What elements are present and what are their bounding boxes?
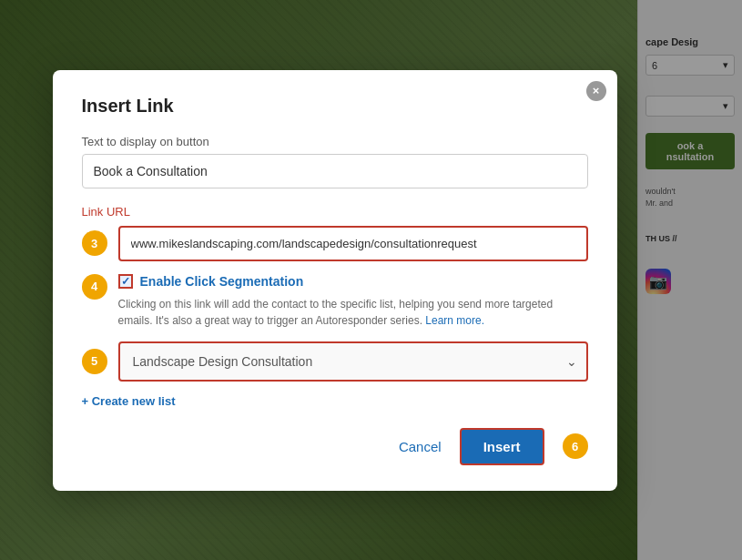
segmentation-label: Enable Click Segmentation (140, 274, 304, 289)
step-3-badge: 3 (82, 230, 107, 256)
link-url-label: Link URL (82, 205, 588, 219)
close-button[interactable]: × (586, 81, 606, 101)
text-display-input[interactable] (82, 154, 588, 188)
create-new-list-link[interactable]: + Create new list (82, 394, 588, 408)
list-dropdown-row: 5 Landscape Design Consultation ⌄ (82, 341, 588, 382)
segmentation-content: Enable Click Segmentation Clicking on th… (118, 274, 588, 329)
list-dropdown[interactable]: Landscape Design Consultation (118, 341, 588, 382)
learn-more-link[interactable]: Learn more. (425, 314, 484, 327)
url-input[interactable] (118, 226, 588, 261)
insert-link-modal: × Insert Link Text to display on button … (53, 70, 617, 491)
checkbox-label-row: Enable Click Segmentation (118, 274, 588, 289)
cancel-button[interactable]: Cancel (399, 439, 442, 454)
step-6-badge: 6 (563, 433, 588, 459)
insert-button[interactable]: Insert (460, 428, 544, 465)
modal-title: Insert Link (82, 96, 588, 117)
modal-footer: Cancel Insert 6 (82, 428, 588, 465)
step-5-badge: 5 (82, 349, 107, 374)
text-display-label: Text to display on button (82, 135, 588, 148)
step-4-badge: 4 (82, 274, 107, 300)
segmentation-checkbox[interactable] (118, 274, 133, 289)
list-dropdown-wrapper: Landscape Design Consultation ⌄ (118, 341, 588, 382)
segmentation-desc: Clicking on this link will add the conta… (118, 296, 588, 329)
url-input-wrapper (118, 226, 588, 261)
link-url-row: 3 (82, 226, 588, 261)
segmentation-row: 4 Enable Click Segmentation Clicking on … (82, 274, 588, 329)
